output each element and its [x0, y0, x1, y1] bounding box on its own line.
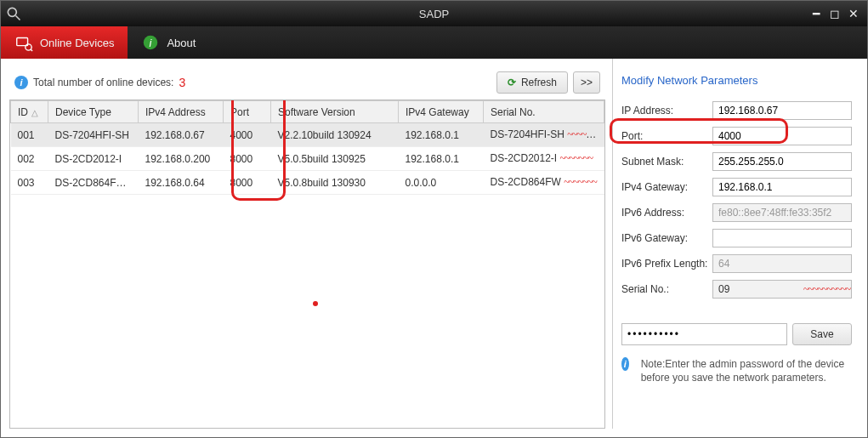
device-table-wrap: ID△ Device Type IPv4 Address Port Softwa… [9, 100, 605, 429]
right-panel: Modify Network Parameters IP Address: Po… [612, 59, 859, 429]
save-button[interactable]: Save [792, 323, 852, 345]
tab-label: Online Devices [40, 37, 114, 49]
col-device-type[interactable]: Device Type [48, 101, 139, 123]
top-info-row: i Total number of online devices: 3 ⟳ Re… [9, 65, 605, 100]
right-panel-title: Modify Network Parameters [621, 74, 852, 87]
devices-icon [14, 33, 33, 52]
redacted-icon: ~~~~~~~~~~ [803, 283, 850, 296]
col-ipv4[interactable]: IPv4 Address [139, 101, 224, 123]
title-bar: SADP ━ ◻ ✕ [1, 1, 867, 26]
refresh-button[interactable]: ⟳ Refresh [496, 71, 568, 94]
body: i Total number of online devices: 3 ⟳ Re… [1, 59, 867, 437]
field-ipv6gw: IPv6 Gateway: [621, 226, 852, 250]
app-title: SADP [419, 8, 449, 20]
table-row[interactable]: 003DS-2CD864FW...192.168.0.648000V5.0.8b… [11, 171, 604, 195]
ip-input[interactable] [712, 101, 852, 120]
app-icon [1, 1, 26, 26]
more-button[interactable]: >> [573, 71, 600, 94]
table-row[interactable]: 002DS-2CD2012-I192.168.0.2008000V5.0.5bu… [11, 147, 604, 171]
info-badge-icon: i [621, 357, 629, 371]
field-ipv6plen: IPv6 Prefix Length: [621, 252, 852, 276]
redacted-icon: ~~~~~~~ [567, 128, 599, 140]
redacted-icon: ~~~~~~~ [564, 176, 596, 188]
field-ip: IP Address: [621, 99, 852, 122]
col-serial[interactable]: Serial No. [484, 101, 604, 123]
field-subnet: Subnet Mask: [621, 150, 852, 173]
left-panel: i Total number of online devices: 3 ⟳ Re… [9, 59, 605, 429]
info-icon: i [141, 33, 160, 52]
window-controls: ━ ◻ ✕ [809, 7, 867, 20]
gateway-input[interactable] [712, 178, 852, 196]
total-devices-label: Total number of online devices: [33, 77, 173, 88]
svg-point-0 [8, 8, 16, 16]
svg-line-4 [31, 49, 32, 51]
tab-label: About [167, 37, 196, 49]
ipv6-prefix-input [712, 254, 852, 273]
col-id[interactable]: ID△ [11, 101, 48, 123]
field-serial: Serial No.: ~~~~~~~~~~ [621, 277, 852, 301]
svg-line-1 [16, 16, 20, 20]
subnet-input[interactable] [712, 152, 852, 171]
field-ipv6: IPv6 Address: [621, 201, 852, 225]
ipv6-gateway-input[interactable] [712, 229, 852, 247]
minimize-button[interactable]: ━ [809, 7, 823, 20]
info-badge-icon: i [14, 76, 28, 89]
tab-bar: Online Devices i About [1, 26, 867, 59]
col-software[interactable]: Software Version [271, 101, 399, 123]
maximize-button[interactable]: ◻ [828, 7, 842, 20]
tab-online-devices[interactable]: Online Devices [1, 26, 128, 59]
table-row[interactable]: 001DS-7204HFI-SH192.168.0.674000V2.2.10b… [11, 123, 604, 147]
total-devices-count: 3 [179, 76, 185, 89]
password-row: Save [621, 323, 852, 345]
table-header-row: ID△ Device Type IPv4 Address Port Softwa… [11, 101, 604, 123]
sort-asc-icon: △ [31, 108, 38, 117]
col-port[interactable]: Port [224, 101, 271, 123]
field-gateway: IPv4 Gateway: [621, 175, 852, 199]
port-input[interactable] [712, 127, 852, 145]
annotation-dot [313, 301, 318, 306]
ipv6-input [712, 203, 852, 222]
close-button[interactable]: ✕ [847, 7, 860, 20]
note-text: Note:Enter the admin password of the dev… [641, 357, 852, 384]
password-input[interactable] [621, 323, 787, 345]
note-row: i Note:Enter the admin password of the d… [621, 357, 852, 384]
redacted-icon: ~~~~~~~ [560, 152, 593, 164]
device-table: ID△ Device Type IPv4 Address Port Softwa… [10, 100, 604, 195]
field-port: Port: [621, 124, 852, 148]
refresh-icon: ⟳ [508, 77, 516, 88]
app-window: SADP ━ ◻ ✕ Online Devices i About i Tota… [0, 0, 868, 438]
col-gateway[interactable]: IPv4 Gateway [399, 101, 484, 123]
tab-about[interactable]: i About [128, 26, 209, 59]
